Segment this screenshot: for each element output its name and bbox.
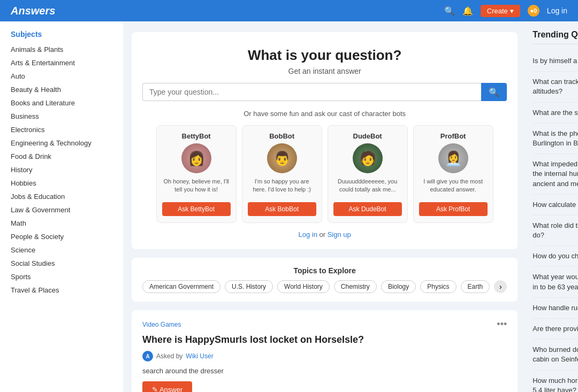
topic-world-history[interactable]: World History: [277, 280, 330, 293]
login-link[interactable]: Log in: [298, 230, 317, 239]
prof-bot-avatar: 👩‍💼: [438, 143, 468, 173]
trending-item-11[interactable]: Who burned down Susan's father's cabin o…: [533, 340, 578, 370]
or-separator: or: [320, 230, 328, 239]
trending-item-7[interactable]: How do you chop carrots?: [533, 246, 578, 267]
sidebar-item-social[interactable]: Social Studies: [0, 257, 123, 270]
signup-link[interactable]: Sign up: [328, 230, 351, 239]
sidebar-item-sports[interactable]: Sports: [0, 270, 123, 283]
sidebar-item-law[interactable]: Law & Government: [0, 203, 123, 217]
sidebar-item-math[interactable]: Math: [0, 217, 123, 230]
trending-item-3[interactable]: What is the phone number of the Burlingt…: [533, 124, 578, 154]
hero-section: What is your question? Get an instant an…: [132, 32, 518, 249]
search-input[interactable]: [142, 83, 481, 101]
category-label[interactable]: Video Games: [142, 321, 181, 328]
topics-title: Topics to Explore: [142, 266, 507, 275]
ask-dude-button[interactable]: Ask DudeBot: [333, 202, 402, 216]
sidebar-item-beauty[interactable]: Beauty & Health: [0, 83, 123, 96]
trending-item-10[interactable]: Are there provinces in Croatia?: [533, 319, 578, 340]
bots-row: BettyBot 👩 Oh honey, believe me, I'll te…: [142, 125, 507, 223]
more-options-icon[interactable]: •••: [497, 319, 507, 330]
prof-bot-name: ProfBot: [419, 132, 488, 140]
search-button[interactable]: 🔍: [481, 83, 507, 101]
ask-betty-button[interactable]: Ask BettyBot: [162, 202, 231, 216]
search-icon[interactable]: 🔍: [444, 6, 455, 16]
topics-next-button[interactable]: ›: [494, 280, 507, 293]
create-button[interactable]: Create ▾: [481, 5, 520, 17]
sidebar-item-jobs[interactable]: Jobs & Education: [0, 190, 123, 203]
dude-bot-avatar: 🧑: [353, 143, 383, 173]
sidebar-item-food[interactable]: Food & Drink: [0, 150, 123, 163]
dude-bot-card: DudeBot 🧑 Duuuudddeeeeee, you could tota…: [328, 125, 408, 223]
chevron-down-icon: ▾: [510, 7, 514, 15]
hero-subtitle: Get an instant answer: [142, 67, 507, 75]
sidebar-item-books[interactable]: Books and Literature: [0, 96, 123, 110]
sidebar-item-business[interactable]: Business: [0, 110, 123, 123]
bob-bot-card: BobBot 👨 I'm so happy you are here. I'd …: [242, 125, 322, 223]
ask-bob-button[interactable]: Ask BobBot: [248, 202, 316, 216]
prof-bot-card: ProfBot 👩‍💼 I will give you the most edu…: [413, 125, 493, 223]
betty-bot-avatar: 👩: [181, 143, 211, 173]
trending-sidebar: Trending Questions Is by himself a prepo…: [526, 21, 578, 392]
topic-biology[interactable]: Biology: [381, 280, 416, 293]
hero-title: What is your question?: [142, 47, 507, 64]
site-logo: Answers: [11, 5, 55, 17]
betty-bot-desc: Oh honey, believe me, I'll tell you how …: [162, 178, 231, 197]
topic-american-govt[interactable]: American Government: [142, 280, 220, 293]
trending-item-9[interactable]: How handle rude customer?: [533, 298, 578, 319]
sidebar-item-history[interactable]: History: [0, 163, 123, 176]
sidebar-item-arts[interactable]: Arts & Entertainment: [0, 56, 123, 70]
sidebar-item-people[interactable]: People & Society: [0, 230, 123, 243]
notification-icon[interactable]: 🔔: [462, 6, 473, 16]
sidebar-item-science[interactable]: Science: [0, 243, 123, 257]
topic-us-history[interactable]: U.S. History: [225, 280, 273, 293]
coin-icon: ●: [530, 7, 534, 14]
dude-bot-desc: Duuuudddeeeeee, you could totally ask me…: [333, 178, 402, 197]
sidebar-item-travel[interactable]: Travel & Places: [0, 283, 123, 297]
trending-item-4[interactable]: What impeded the understanding of the in…: [533, 154, 578, 195]
trending-item-2[interactable]: What are the symptoms of ascus?: [533, 103, 578, 124]
ask-prof-button[interactable]: Ask ProfBot: [419, 202, 488, 216]
question-asker-1: A Asked by Wiki User: [142, 351, 507, 362]
topic-physics[interactable]: Physics: [420, 280, 456, 293]
sidebar-item-hobbies[interactable]: Hobbies: [0, 176, 123, 190]
sidebar-item-electronics[interactable]: Electronics: [0, 123, 123, 136]
sidebar-item-engineering[interactable]: Engineering & Technology: [0, 136, 123, 150]
trending-item-0[interactable]: Is by himself a prepositional phase?: [533, 51, 578, 72]
header: Answers 🔍 🔔 Create ▾ ● 0 Log in: [0, 0, 578, 21]
question-card-1: Video Games ••• Where is HappySmurls los…: [132, 310, 518, 392]
search-row: 🔍: [142, 83, 507, 101]
answer-preview-1: search around the dresser: [142, 367, 507, 375]
trending-title: Trending Questions: [533, 30, 578, 44]
or-text: Or have some fun and ask our cast of cha…: [142, 110, 507, 118]
bob-bot-desc: I'm so happy you are here. I'd love to h…: [248, 178, 316, 197]
trending-item-5[interactable]: How calculate total period cost?: [533, 195, 578, 216]
main-content: What is your question? Get an instant an…: [123, 21, 526, 392]
coin-count: 0: [534, 7, 537, 14]
asked-by-label: Asked by: [156, 352, 182, 360]
asker-link[interactable]: Wiki User: [186, 352, 213, 360]
topic-earth[interactable]: Earth: [461, 280, 490, 293]
create-label: Create: [487, 7, 508, 15]
topic-chemistry[interactable]: Chemistry: [334, 280, 377, 293]
betty-bot-name: BettyBot: [162, 132, 231, 140]
prof-bot-desc: I will give you the most educated answer…: [419, 178, 488, 197]
sidebar-item-animals[interactable]: Animals & Plants: [0, 43, 123, 56]
login-button[interactable]: Log in: [547, 6, 567, 15]
login-signup-row: Log in or Sign up: [142, 230, 507, 239]
sidebar: Subjects Animals & Plants Arts & Enterta…: [0, 21, 123, 392]
sidebar-section-title: Subjects: [0, 30, 123, 43]
header-right: 🔍 🔔 Create ▾ ● 0 Log in: [444, 5, 567, 17]
sidebar-item-auto[interactable]: Auto: [0, 70, 123, 83]
trending-item-1[interactable]: What can track storms at different altit…: [533, 72, 578, 102]
answer-button-1[interactable]: ✎ Answer: [142, 381, 192, 392]
trending-item-6[interactable]: What role did the men in the arctic do?: [533, 216, 578, 246]
bob-bot-name: BobBot: [248, 132, 316, 140]
topics-section: Topics to Explore American Government U.…: [132, 258, 518, 302]
question-category-1: Video Games •••: [142, 319, 507, 330]
trending-item-8[interactable]: What year would you have to be born in t…: [533, 267, 578, 297]
topics-row: American Government U.S. History World H…: [142, 280, 507, 293]
search-icon: 🔍: [489, 88, 499, 97]
trending-item-12[interactable]: How much horsepower does fords 5.4 liter…: [533, 371, 578, 392]
coin-badge[interactable]: ● 0: [528, 5, 539, 17]
betty-bot-card: BettyBot 👩 Oh honey, believe me, I'll te…: [156, 125, 237, 223]
